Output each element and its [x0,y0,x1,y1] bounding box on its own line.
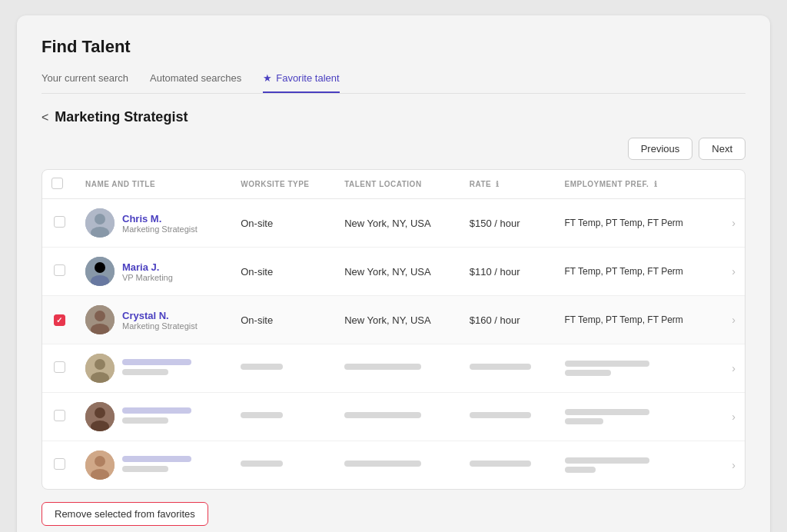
top-pagination: Previous Next [42,138,745,160]
row-1-checkbox-cell [42,199,76,248]
table-row: › [42,441,745,490]
col-header-location: TALENT LOCATION [335,170,460,199]
bottom-actions: Remove selected from favorites [42,502,745,526]
next-button-top[interactable]: Next [699,138,745,160]
col-header-rate: RATE ℹ [460,170,556,199]
blurred-name-bar [122,407,191,414]
talent-table-wrapper: NAME AND TITLE WORKSITE TYPE TALENT LOCA… [42,169,745,490]
employment-info-icon: ℹ [654,180,658,188]
row-3-chevron[interactable]: › [719,296,745,344]
row-3-employment: FT Temp, PT Temp, FT Perm [556,296,719,344]
blurred-name-bar [122,456,191,462]
tab-automated-searches[interactable]: Automated searches [150,72,241,93]
col-header-action [719,170,745,199]
table-row: Chris M. Marketing Strategist On-site Ne… [42,199,745,248]
row-1-title: Marketing Strategist [122,224,198,234]
row-4-checkbox[interactable] [54,361,65,373]
row-3-rate: $160 / hour [460,296,556,344]
talent-table: NAME AND TITLE WORKSITE TYPE TALENT LOCA… [42,170,745,489]
svg-point-10 [95,359,105,370]
row-4-chevron[interactable]: › [719,344,745,393]
row-1-name[interactable]: Chris M. [122,213,198,224]
svg-point-1 [95,214,105,224]
row-6-avatar [85,451,115,480]
tabs-bar: Your current search Automated searches ★… [42,72,745,94]
row-2-employment: FT Temp, PT Temp, FT Perm [556,248,719,296]
row-4-avatar [85,354,115,383]
row-2-title: VP Marketing [122,273,173,282]
row-4-checkbox-cell [42,344,76,393]
row-2-name-cell: Maria J. VP Marketing [76,248,231,296]
row-1-name-cell: Chris M. Marketing Strategist [76,199,231,248]
row-4-employment [556,344,719,393]
row-1-chevron[interactable]: › [719,199,745,248]
row-6-rate [460,441,556,490]
row-5-worksite [231,393,335,441]
back-arrow-icon[interactable]: < [42,111,48,125]
row-4-rate [460,344,556,393]
row-1-employment: FT Temp, PT Temp, FT Perm [556,199,719,248]
row-3-title: Marketing Strategist [122,321,198,331]
row-5-checkbox-cell [42,393,76,441]
row-1-rate: $150 / hour [460,199,556,248]
row-1-checkbox[interactable] [54,216,65,228]
tab-favorite-talent[interactable]: ★ Favorite talent [263,72,339,93]
row-3-checkbox[interactable] [54,314,65,326]
blurred-title-bar [122,369,168,375]
row-5-name-cell [76,393,231,441]
col-header-employment: EMPLOYMENT PREF. ℹ [556,170,719,199]
select-all-checkbox[interactable] [51,178,63,189]
svg-point-16 [95,456,105,467]
svg-point-7 [95,311,105,321]
blurred-title-bar [122,417,168,424]
section-title: Marketing Strategist [55,109,188,125]
row-2-checkbox[interactable] [54,264,65,276]
table-row: Crystal N. Marketing Strategist On-site … [42,296,745,344]
row-2-avatar [85,257,115,286]
star-icon: ★ [263,72,272,84]
row-6-location [335,441,460,490]
table-row: Maria J. VP Marketing On-site New York, … [42,248,745,296]
blurred-title-bar [122,466,168,472]
row-3-name[interactable]: Crystal N. [122,310,198,321]
blurred-name-bar [122,359,191,365]
tab-current-search[interactable]: Your current search [42,72,128,93]
row-6-chevron[interactable]: › [719,441,745,490]
remove-selected-button[interactable]: Remove selected from favorites [42,502,208,526]
row-2-chevron[interactable]: › [719,248,745,296]
row-2-checkbox-cell [42,248,76,296]
table-row: › [42,393,745,441]
row-2-name[interactable]: Maria J. [122,261,173,273]
col-header-name: NAME AND TITLE [76,170,231,199]
col-header-worksite: WORKSITE TYPE [231,170,335,199]
row-3-location: New York, NY, USA [335,296,460,344]
row-5-checkbox[interactable] [54,410,65,421]
table-header-row: NAME AND TITLE WORKSITE TYPE TALENT LOCA… [42,170,745,199]
table-row: › [42,344,745,393]
row-4-worksite [231,344,335,393]
row-5-chevron[interactable]: › [719,393,745,441]
main-container: Find Talent Your current search Automate… [17,15,770,532]
row-5-location [335,393,460,441]
row-2-worksite: On-site [231,248,335,296]
row-3-worksite: On-site [231,296,335,344]
row-6-name-cell [76,441,231,490]
row-6-checkbox-cell [42,441,76,490]
row-5-employment [556,393,719,441]
row-6-checkbox[interactable] [54,458,65,470]
row-3-checkbox-cell [42,296,76,344]
row-1-worksite: On-site [231,199,335,248]
row-1-avatar [85,208,115,238]
row-6-worksite [231,441,335,490]
row-2-rate: $110 / hour [460,248,556,296]
section-header: < Marketing Strategist [42,109,745,125]
svg-point-4 [95,262,105,273]
row-3-avatar [85,305,115,334]
row-5-avatar [85,402,115,431]
row-4-name-cell [76,344,231,393]
row-1-location: New York, NY, USA [335,199,460,248]
col-header-check [42,170,76,199]
row-3-name-cell: Crystal N. Marketing Strategist [76,296,231,344]
svg-point-13 [95,407,105,418]
previous-button-top[interactable]: Previous [628,138,693,160]
